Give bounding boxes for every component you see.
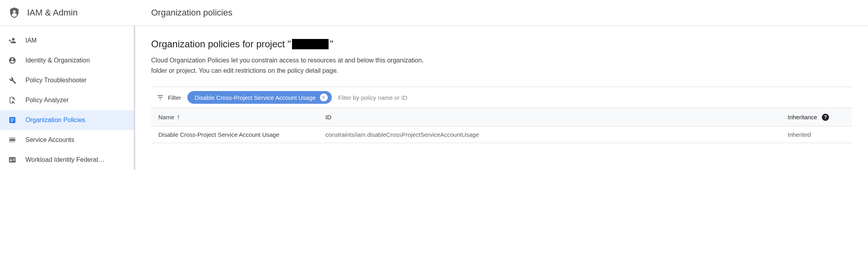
page-subtitle: Organization policies for project " ": [151, 39, 852, 50]
table-row[interactable]: Disable Cross-Project Service Account Us…: [151, 126, 852, 143]
project-name-redacted: [292, 39, 329, 49]
cell-name: Disable Cross-Project Service Account Us…: [151, 126, 318, 143]
filter-label-wrap[interactable]: Filter: [157, 94, 181, 101]
sidebar-item-label: IAM: [25, 37, 126, 44]
col-header-inheritance-label: Inheritance: [788, 114, 817, 120]
chip-close-icon[interactable]: [320, 93, 328, 101]
sidebar-item-label: Organization Policies: [25, 116, 126, 124]
sidebar-item-organization-policies[interactable]: Organization Policies: [0, 110, 134, 130]
sidebar-item-label: Policy Analyzer: [25, 97, 126, 104]
sidebar-item-service-accounts[interactable]: Service Accounts: [0, 130, 134, 150]
page-description: Cloud Organization Policies let you cons…: [151, 55, 438, 76]
filter-chip-label: Disable Cross-Project Service Account Us…: [195, 94, 315, 101]
sidebar-item-iam[interactable]: IAM: [0, 31, 134, 50]
filter-icon: [157, 94, 164, 101]
person-add-icon: [8, 36, 17, 45]
id-card-icon: [8, 155, 17, 164]
cell-inheritance: Inherited: [780, 126, 852, 143]
sidebar-item-label: Policy Troubleshooter: [25, 77, 126, 84]
doc-search-icon: [8, 96, 17, 105]
iam-shield-icon: [8, 6, 21, 19]
page-title: Organization policies: [151, 8, 232, 18]
sort-ascending-icon: ↑: [177, 113, 180, 121]
sidebar-item-label: Workload Identity Federat…: [25, 156, 126, 163]
svg-point-0: [13, 10, 16, 13]
col-header-id-label: ID: [325, 114, 331, 120]
sidebar-item-workload-identity-federation[interactable]: Workload Identity Federat…: [0, 150, 134, 170]
main-content: Organization policies for project " " Cl…: [135, 26, 868, 170]
col-header-inheritance[interactable]: Inheritance ?: [780, 108, 852, 126]
key-cog-icon: [8, 136, 17, 144]
col-header-id[interactable]: ID: [318, 108, 780, 126]
sidebar: IAM Identity & Organization Policy Troub…: [0, 26, 135, 170]
subtitle-prefix: Organization policies for project ": [151, 39, 291, 50]
policies-table: Name ↑ ID Inheritance ? Disable Cross-Pr…: [151, 108, 852, 143]
sidebar-item-policy-troubleshooter[interactable]: Policy Troubleshooter: [0, 70, 134, 90]
filter-label: Filter: [168, 94, 181, 101]
product-header: IAM & Admin: [0, 0, 135, 25]
sidebar-item-policy-analyzer[interactable]: Policy Analyzer: [0, 90, 134, 110]
subtitle-suffix: ": [330, 39, 333, 50]
sidebar-item-identity-organization[interactable]: Identity & Organization: [0, 50, 134, 70]
help-icon[interactable]: ?: [822, 114, 829, 121]
table-header-row: Name ↑ ID Inheritance ?: [151, 108, 852, 126]
page-header: Organization policies: [135, 0, 868, 25]
product-title: IAM & Admin: [27, 8, 78, 18]
sidebar-item-label: Service Accounts: [25, 136, 126, 144]
filter-chip[interactable]: Disable Cross-Project Service Account Us…: [187, 91, 331, 104]
col-header-name-label: Name: [158, 114, 174, 120]
sidebar-item-label: Identity & Organization: [25, 57, 126, 64]
doc-filled-icon: [8, 116, 17, 124]
cell-id: constraints/iam.disableCrossProjectServi…: [318, 126, 780, 143]
col-header-name[interactable]: Name ↑: [151, 108, 318, 126]
filter-input[interactable]: [338, 94, 847, 101]
filter-bar: Filter Disable Cross-Project Service Acc…: [151, 87, 852, 108]
person-circle-icon: [8, 56, 17, 65]
wrench-icon: [8, 76, 17, 85]
top-header: IAM & Admin Organization policies: [0, 0, 868, 26]
